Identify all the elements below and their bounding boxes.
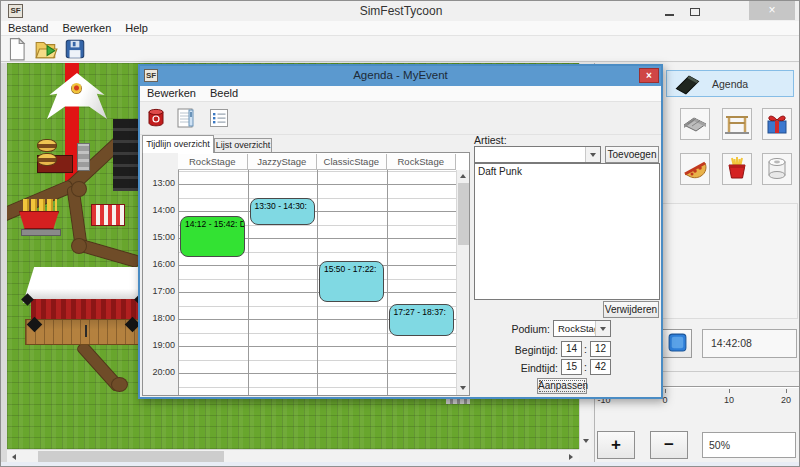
application-window: SF SimFestTycoon × BestandBewerkenHelp bbox=[0, 0, 800, 467]
stage-column-header: JazzyStage bbox=[248, 154, 318, 170]
end-minute-field[interactable]: 42 bbox=[590, 359, 611, 375]
event-block-selected[interactable]: 14:12 - 15:42: Daft Punk bbox=[180, 216, 245, 257]
apply-button[interactable]: Aanpassen bbox=[537, 378, 587, 394]
agenda-dialog: SF Agenda - MyEvent × BewerkenBeeld Tijd… bbox=[138, 64, 663, 399]
main-toolbar bbox=[1, 36, 800, 62]
zoom-in-button[interactable]: + bbox=[597, 431, 635, 459]
time-label: 20:00 bbox=[143, 367, 175, 377]
save-button[interactable] bbox=[63, 37, 87, 61]
podium-combobox[interactable]: RockStage bbox=[553, 320, 611, 337]
minimize-button[interactable] bbox=[665, 14, 674, 16]
time-label: 14:00 bbox=[143, 205, 175, 215]
scroll-down-icon[interactable] bbox=[460, 386, 466, 390]
palette-fries-button[interactable] bbox=[722, 153, 752, 185]
agenda-item-label: Agenda bbox=[712, 78, 748, 90]
fries-icon bbox=[723, 154, 751, 184]
dialog-menu-bewerken[interactable]: Bewerken bbox=[140, 86, 203, 99]
time-gutter: 13:0014:0015:0016:0017:0018:0019:0020:00 bbox=[143, 153, 178, 395]
menu-help[interactable]: Help bbox=[118, 21, 155, 34]
gift-icon bbox=[763, 109, 791, 139]
dialog-menu-beeld[interactable]: Beeld bbox=[203, 86, 245, 99]
time-separator: : bbox=[584, 361, 587, 373]
dialog-toolbar bbox=[140, 102, 661, 135]
artist-label: Artiest: bbox=[474, 134, 507, 146]
fries-stand-building[interactable] bbox=[19, 211, 59, 229]
new-document-button[interactable] bbox=[5, 37, 29, 61]
scrollbar-thumb[interactable] bbox=[38, 451, 224, 462]
tab-tijdlijn-overzicht[interactable]: Tijdlijn overzicht bbox=[142, 135, 214, 153]
palette-pizza-button[interactable] bbox=[680, 153, 710, 185]
tab-lijst-overzicht[interactable]: Lijst overzicht bbox=[214, 138, 272, 153]
column-line bbox=[248, 170, 249, 395]
status-strip bbox=[1, 462, 800, 467]
scroll-down-icon[interactable] bbox=[583, 439, 589, 443]
tent-logo-icon bbox=[71, 83, 82, 94]
pizza-icon bbox=[681, 154, 709, 184]
burger-icon bbox=[37, 153, 57, 166]
palette-road-button[interactable] bbox=[680, 108, 710, 140]
column-line bbox=[387, 170, 388, 395]
time-label: 18:00 bbox=[143, 313, 175, 323]
event-block[interactable]: 15:50 - 17:22: bbox=[319, 261, 384, 302]
road-end-patch bbox=[111, 377, 128, 392]
stage-frame-icon bbox=[723, 109, 751, 139]
artist-list-item[interactable]: Daft Punk bbox=[475, 164, 659, 178]
slider-tick-label: 10 bbox=[716, 395, 742, 405]
menu-bewerken[interactable]: Bewerken bbox=[55, 21, 118, 34]
palette-stage-button[interactable] bbox=[722, 108, 752, 140]
time-label: 13:00 bbox=[143, 178, 175, 188]
slider-tick bbox=[665, 389, 666, 393]
list-view-button[interactable] bbox=[206, 106, 232, 132]
timeline-panel: 13:0014:0015:0016:0017:0018:0019:0020:00… bbox=[142, 152, 470, 396]
remove-artist-button[interactable]: Verwijderen bbox=[603, 301, 659, 318]
timeline-grid[interactable]: 14:12 - 15:42: Daft Punk13:30 - 14:30:15… bbox=[178, 170, 457, 395]
play-icon bbox=[667, 332, 688, 355]
palette-toilet-button[interactable] bbox=[762, 153, 792, 185]
time-label: 19:00 bbox=[143, 340, 175, 350]
artist-listbox[interactable]: Daft Punk bbox=[474, 163, 660, 300]
timeline-view-button[interactable] bbox=[173, 106, 199, 132]
window-titlebar[interactable]: SF SimFestTycoon × bbox=[1, 1, 800, 21]
main-stage-building[interactable] bbox=[23, 267, 147, 349]
zoom-level: 50% bbox=[702, 432, 796, 458]
save-floppy-icon bbox=[63, 51, 87, 63]
dialog-titlebar[interactable]: SF Agenda - MyEvent × bbox=[140, 66, 661, 86]
stage-roof bbox=[23, 267, 147, 303]
artist-combobox[interactable] bbox=[474, 146, 601, 163]
scroll-left-icon[interactable] bbox=[12, 454, 16, 460]
maximize-button[interactable] bbox=[690, 8, 700, 16]
popcorn-stand-building[interactable] bbox=[91, 204, 125, 226]
dialog-close-button[interactable]: × bbox=[639, 68, 659, 83]
game-clock: 14:42:08 bbox=[702, 329, 797, 358]
sign-post[interactable] bbox=[77, 143, 90, 171]
new-document-icon bbox=[5, 51, 29, 63]
burger-icon bbox=[37, 139, 57, 152]
map-horizontal-scrollbar[interactable] bbox=[7, 449, 579, 462]
road-junction bbox=[71, 181, 87, 197]
column-line bbox=[317, 170, 318, 395]
dialog-menubar: BewerkenBeeld bbox=[140, 86, 661, 102]
scroll-up-icon[interactable] bbox=[460, 174, 466, 178]
time-label: 16:00 bbox=[143, 259, 175, 269]
scrollbar-thumb[interactable] bbox=[458, 183, 469, 245]
menu-bestand[interactable]: Bestand bbox=[1, 21, 55, 34]
palette-gift-button[interactable] bbox=[762, 108, 792, 140]
column-line bbox=[178, 170, 179, 395]
scroll-right-icon[interactable] bbox=[569, 454, 573, 460]
agenda-tool-item[interactable]: Agenda bbox=[666, 70, 794, 97]
timeline-scrollbar[interactable] bbox=[456, 170, 469, 395]
add-artist-button[interactable]: Toevoegen bbox=[605, 146, 659, 163]
event-block[interactable]: 17:27 - 18:37: bbox=[389, 304, 454, 336]
begin-minute-field[interactable]: 12 bbox=[590, 341, 611, 357]
zoom-out-button[interactable]: − bbox=[650, 431, 688, 459]
event-block[interactable]: 13:30 - 14:30: bbox=[250, 198, 315, 225]
end-hour-field[interactable]: 15 bbox=[561, 359, 582, 375]
delete-button[interactable] bbox=[143, 106, 169, 132]
close-button[interactable]: × bbox=[749, 1, 795, 20]
chevron-down-icon[interactable] bbox=[595, 321, 610, 336]
stage-column-header: RockStage bbox=[178, 154, 248, 170]
begin-hour-field[interactable]: 14 bbox=[561, 341, 582, 357]
open-file-button[interactable] bbox=[34, 37, 58, 61]
time-label: 15:00 bbox=[143, 232, 175, 242]
chevron-down-icon[interactable] bbox=[585, 147, 600, 162]
